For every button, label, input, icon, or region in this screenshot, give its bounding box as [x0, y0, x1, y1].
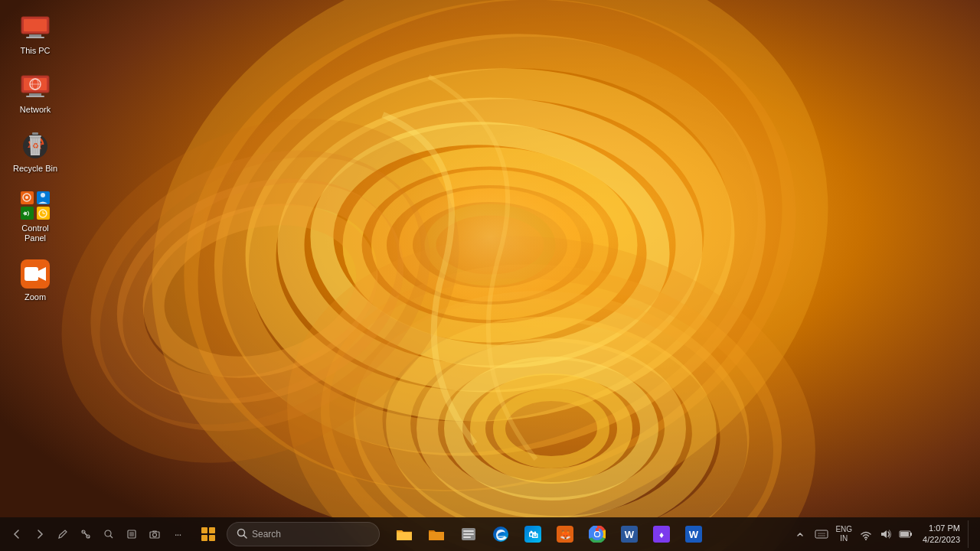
search-label: Search [252, 529, 281, 540]
battery-icon[interactable] [897, 525, 915, 543]
svg-marker-56 [38, 267, 46, 281]
this-pc-label: This PC [20, 46, 50, 56]
taskbar-chrome[interactable] [582, 519, 612, 549]
zoom-label: Zoom [24, 292, 46, 302]
svg-rect-30 [29, 93, 41, 96]
chrome-icon [588, 525, 606, 543]
network-label: Network [20, 105, 51, 115]
svg-rect-27 [26, 37, 44, 38]
edge-icon [492, 525, 510, 543]
volume-icon[interactable] [877, 525, 895, 543]
taskbar-file-explorer[interactable] [389, 519, 420, 549]
system-tray: ENG IN 1:07 PM 4/22/2023 [791, 520, 974, 548]
language-line1: ENG [835, 525, 852, 534]
svg-rect-96 [910, 533, 912, 536]
svg-line-62 [110, 536, 113, 538]
search-bar[interactable]: Search [227, 522, 380, 546]
desktop-icon-network[interactable]: Network [8, 67, 63, 119]
this-pc-icon-image [20, 12, 51, 43]
svg-rect-74 [463, 536, 471, 538]
desktop-icon-zoom[interactable]: Zoom [8, 254, 63, 307]
search-icon [237, 528, 247, 541]
clock[interactable]: 1:07 PM 4/22/2023 [918, 521, 965, 548]
taskbar-ms-store[interactable]: 🛍 [518, 519, 548, 549]
taskbar-word-2[interactable]: W [678, 519, 709, 549]
quick-camera-button[interactable] [144, 523, 165, 545]
svg-text:♦: ♦ [659, 530, 664, 540]
quick-broadcast-button[interactable] [121, 523, 142, 545]
word-icon: W [620, 525, 639, 543]
svg-text:♻: ♻ [32, 142, 39, 150]
svg-rect-31 [26, 96, 44, 97]
svg-text:🦊: 🦊 [560, 529, 571, 540]
language-line2: IN [840, 534, 848, 543]
svg-point-50 [41, 193, 45, 197]
svg-rect-70 [429, 532, 444, 540]
ms-store-icon: 🛍 [524, 525, 542, 543]
svg-rect-91 [815, 530, 828, 538]
taskbar-orange-app[interactable]: 🦊 [550, 519, 580, 549]
windows-logo [201, 527, 215, 541]
desktop-icons: This PC Network [8, 8, 63, 307]
recycle-bin-label: Recycle Bin [13, 164, 57, 174]
svg-rect-25 [24, 19, 47, 31]
file-manager-icon [459, 525, 478, 543]
svg-point-84 [595, 532, 599, 536]
tray-overflow-button[interactable] [791, 525, 809, 543]
quick-more-button[interactable]: ··· [167, 523, 188, 545]
orange-app-icon: 🦊 [556, 525, 574, 543]
purple-app-icon: ♦ [652, 525, 671, 543]
svg-rect-26 [29, 34, 41, 37]
taskbar-file-manager[interactable] [453, 519, 484, 549]
svg-rect-39 [30, 137, 41, 139]
zoom-icon-image [20, 259, 51, 289]
desktop-icon-this-pc[interactable]: This PC [8, 8, 63, 60]
svg-rect-51 [25, 212, 27, 215]
word-2-icon: W [684, 525, 703, 543]
taskbar-pinned-apps: 🛍 🦊 [389, 519, 709, 549]
file-explorer-icon [395, 525, 413, 543]
svg-rect-38 [29, 135, 41, 137]
network-icon-image [20, 71, 51, 102]
svg-rect-55 [24, 267, 38, 281]
start-button[interactable] [194, 520, 222, 548]
svg-rect-72 [463, 530, 474, 532]
svg-text:🛍: 🛍 [528, 529, 538, 540]
language-indicator[interactable]: ENG IN [832, 523, 855, 545]
tray-icons: ENG IN [812, 523, 915, 545]
wallpaper [0, 0, 980, 551]
desktop: This PC Network [0, 0, 980, 551]
file-explorer-2-icon [427, 525, 446, 543]
svg-text:W: W [689, 529, 699, 540]
taskbar-purple-app[interactable]: ♦ [646, 519, 677, 549]
show-desktop-button[interactable] [968, 520, 974, 548]
svg-text:W: W [625, 529, 635, 540]
keyboard-icon[interactable] [812, 525, 831, 543]
clock-time: 1:07 PM [929, 523, 960, 534]
taskbar: ··· Search [0, 517, 980, 551]
quick-search-circle-button[interactable] [98, 523, 119, 545]
svg-rect-73 [463, 533, 474, 535]
svg-point-66 [153, 533, 157, 537]
control-panel-label: Control Panel [12, 223, 58, 243]
recycle-bin-icon-image: ♻ [20, 130, 51, 161]
zoom-app-icon-inner [21, 259, 50, 289]
svg-point-61 [105, 530, 111, 536]
svg-point-94 [865, 539, 867, 540]
wifi-icon[interactable] [857, 525, 875, 543]
quick-pen-button[interactable] [52, 523, 74, 545]
quick-snip-button[interactable] [75, 523, 96, 545]
taskbar-edge[interactable] [485, 519, 516, 549]
taskbar-word[interactable]: W [614, 519, 645, 549]
svg-line-68 [244, 535, 247, 538]
svg-rect-64 [129, 532, 134, 536]
taskbar-file-explorer-2[interactable] [421, 519, 452, 549]
desktop-icon-recycle-bin[interactable]: ♻ Recycle Bin [8, 126, 63, 178]
quick-forward-button[interactable] [29, 523, 51, 545]
control-panel-icon-image [20, 190, 51, 220]
desktop-icon-control-panel[interactable]: Control Panel [8, 185, 63, 248]
svg-rect-37 [32, 132, 38, 135]
svg-line-60 [82, 530, 90, 538]
quick-back-button[interactable] [6, 523, 28, 545]
svg-point-49 [25, 196, 28, 199]
